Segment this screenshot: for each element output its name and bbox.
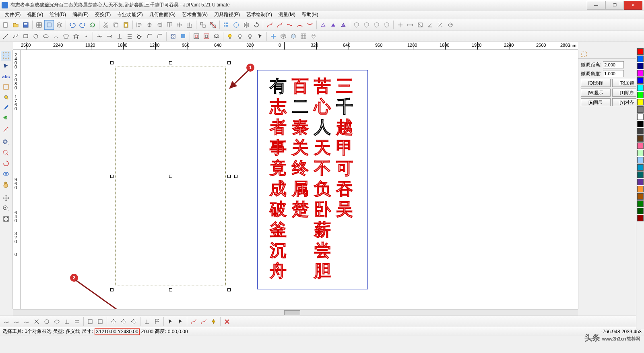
- menu-视图v[interactable]: 视图(V): [24, 10, 46, 19]
- glyph-outline[interactable]: 秦: [292, 116, 309, 138]
- pan-rotate-icon[interactable]: [1, 159, 11, 168]
- ungroup-icon[interactable]: [208, 20, 218, 30]
- bottom-circle-icon[interactable]: [52, 317, 62, 326]
- eye-tool-icon[interactable]: [1, 169, 11, 179]
- move-tool-icon[interactable]: [1, 193, 11, 203]
- color-swatch[interactable]: [637, 193, 644, 200]
- tangent-icon[interactable]: [135, 31, 144, 41]
- handle-e2[interactable]: [234, 175, 237, 178]
- view-iso-icon[interactable]: [279, 31, 288, 41]
- glyph-outline[interactable]: 舟: [270, 260, 287, 282]
- minimize-button[interactable]: —: [587, 1, 605, 10]
- glyph-outline[interactable]: 卧: [314, 198, 331, 221]
- shield2-icon[interactable]: [362, 20, 372, 30]
- undo-icon[interactable]: [68, 20, 77, 30]
- paste-icon[interactable]: [121, 20, 131, 30]
- menu-测量m[interactable]: 测量(M): [275, 10, 299, 19]
- color-swatch[interactable]: [637, 63, 644, 69]
- menu-文件f[interactable]: 文件(F): [2, 10, 24, 19]
- node-edit-icon[interactable]: [1, 61, 11, 71]
- arc-cw-icon[interactable]: [295, 20, 305, 30]
- hatch-icon[interactable]: [168, 31, 178, 41]
- nudge-angle-input[interactable]: [603, 70, 624, 77]
- bottom-path2-icon[interactable]: [12, 317, 21, 326]
- knife-tool-icon[interactable]: [1, 124, 11, 134]
- star-icon[interactable]: [71, 31, 81, 41]
- glyph-outline[interactable]: 有: [270, 75, 287, 97]
- handle-se[interactable]: [227, 288, 231, 291]
- render-shaded-icon[interactable]: [328, 20, 338, 30]
- color-swatch[interactable]: [637, 142, 644, 149]
- align-top-icon[interactable]: [165, 20, 174, 30]
- shield1-icon[interactable]: [352, 20, 361, 30]
- spline-icon[interactable]: [285, 20, 295, 30]
- bottom-ptr-icon[interactable]: [165, 317, 175, 326]
- bottom-path1-icon[interactable]: [2, 317, 11, 326]
- bottom-loop-icon[interactable]: [42, 317, 52, 326]
- color-swatch[interactable]: [637, 150, 644, 156]
- measure-cross-icon[interactable]: [395, 20, 405, 30]
- color-swatch[interactable]: [637, 106, 644, 113]
- handle-s[interactable]: [169, 288, 172, 291]
- open-file-icon[interactable]: [11, 20, 21, 30]
- color-swatch[interactable]: [637, 70, 644, 76]
- glyph-outline[interactable]: 成: [270, 178, 287, 200]
- new-file-icon[interactable]: [1, 20, 10, 30]
- align-bottom-icon[interactable]: [185, 20, 194, 30]
- measure-box-icon[interactable]: [415, 20, 425, 30]
- bulb-off-icon[interactable]: [235, 31, 245, 41]
- parallel-icon[interactable]: [125, 31, 134, 41]
- glyph-outline[interactable]: 甲: [336, 136, 353, 159]
- color-swatch[interactable]: [637, 164, 644, 171]
- hand-tool-icon[interactable]: [1, 180, 11, 189]
- color-swatch[interactable]: [637, 85, 644, 91]
- glyph-outline[interactable]: 竟: [270, 157, 287, 180]
- measure-angle-icon[interactable]: [425, 20, 435, 30]
- glyph-outline[interactable]: 薪: [314, 219, 331, 241]
- bottom-diamond3-icon[interactable]: [129, 317, 138, 326]
- arc-icon[interactable]: [51, 31, 61, 41]
- redo-icon[interactable]: [78, 20, 87, 30]
- zoom-window-icon[interactable]: [1, 138, 11, 147]
- panel-button[interactable]: [W]显示: [581, 89, 611, 97]
- handle-nw[interactable]: [110, 61, 114, 64]
- pin-tool-icon[interactable]: [1, 114, 11, 123]
- menu-编辑e[interactable]: 编辑(E): [69, 10, 92, 19]
- menu-帮助h[interactable]: 帮助(H): [299, 10, 322, 19]
- fillet-icon[interactable]: [145, 31, 155, 41]
- ortho-icon[interactable]: [268, 31, 278, 41]
- align-center-icon[interactable]: [144, 20, 154, 30]
- boolean-icon[interactable]: [212, 31, 221, 41]
- shield4-icon[interactable]: [382, 20, 392, 30]
- glyph-outline[interactable]: 沉: [270, 239, 287, 262]
- rotate-icon[interactable]: [252, 20, 261, 30]
- bottom-para-icon[interactable]: [72, 317, 82, 326]
- nudge-distance-input[interactable]: [603, 61, 624, 68]
- glyph-outline[interactable]: 釜: [270, 219, 287, 241]
- bulb-dim-icon[interactable]: [245, 31, 255, 41]
- measure-free-icon[interactable]: [436, 20, 445, 30]
- extend-icon[interactable]: [105, 31, 114, 41]
- render-solid-icon[interactable]: [339, 20, 348, 30]
- glyph-outline[interactable]: 关: [292, 136, 309, 159]
- snap-icon[interactable]: [44, 20, 54, 30]
- glyph-outline[interactable]: 破: [270, 198, 287, 221]
- arc-ccw-icon[interactable]: [305, 20, 315, 30]
- menu-变换t[interactable]: 变换(T): [92, 10, 114, 19]
- color-swatch[interactable]: [637, 171, 644, 178]
- group-icon[interactable]: [198, 20, 208, 30]
- bottom-ptr2-icon[interactable]: [175, 317, 185, 326]
- line-icon[interactable]: [1, 31, 10, 41]
- cube-icon[interactable]: [289, 31, 298, 41]
- paint-bucket-icon[interactable]: [1, 93, 11, 102]
- save-file-icon[interactable]: [21, 20, 31, 30]
- bottom-perp-icon[interactable]: [62, 317, 72, 326]
- text-tool-icon[interactable]: abc: [1, 72, 11, 81]
- point-icon[interactable]: [81, 31, 91, 41]
- zoom-in-icon[interactable]: [1, 204, 11, 213]
- perp-icon[interactable]: [115, 31, 124, 41]
- glyph-outline[interactable]: 不: [314, 157, 331, 180]
- bottom-flag-icon[interactable]: [152, 317, 162, 326]
- glyph-outline[interactable]: 终: [292, 157, 309, 180]
- glyph-outline[interactable]: 千: [336, 95, 353, 118]
